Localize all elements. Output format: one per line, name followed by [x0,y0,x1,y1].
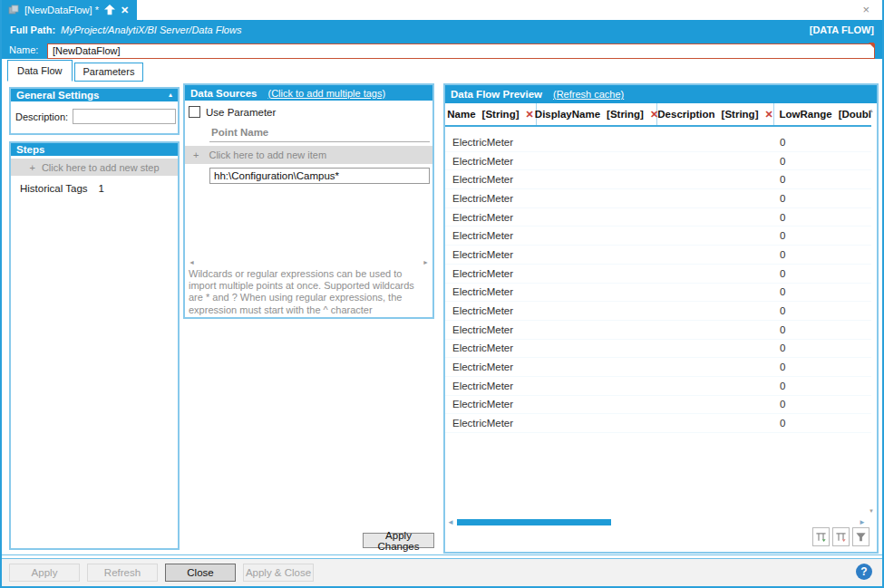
cell-lowrange: 0 [774,249,871,260]
pin-up-icon[interactable] [104,5,115,15]
cell-name: ElectricMeter [445,268,537,279]
preview-title: Data Flow Preview [451,89,542,100]
preview-row[interactable]: ElectricMeter0 [445,414,871,433]
cell-name: ElectricMeter [445,286,537,297]
preview-row[interactable]: ElectricMeter0 [445,377,871,396]
scroll-right-icon[interactable]: ► [859,518,866,526]
add-item-label: Click here to add new item [209,149,326,160]
refresh-cache-link[interactable]: (Refresh cache) [553,89,624,100]
column-summary-add-button[interactable] [812,527,830,546]
point-name-column-header[interactable]: Point Name [209,125,430,142]
cell-lowrange: 0 [774,174,871,185]
name-input[interactable] [47,43,875,59]
cell-name: ElectricMeter [445,174,537,185]
cell-lowrange: 0 [774,137,871,148]
step-count: 1 [99,183,104,194]
scrollbar-thumb[interactable] [457,519,611,525]
use-parameter-checkbox[interactable] [189,106,200,118]
chevron-up-icon[interactable]: ▴ [169,92,172,99]
close-button[interactable]: Close [165,564,236,582]
column-header-lowrange[interactable]: LowRange[Double]✕ [774,103,871,125]
preview-row[interactable]: ElectricMeter0 [445,302,871,321]
document-tab-newdataflow[interactable]: [NewDataFlow] * ✕ [2,0,137,20]
preview-row[interactable]: ElectricMeter0 [445,133,871,152]
preview-row[interactable]: ElectricMeter0 [445,152,871,171]
apply-button[interactable]: Apply [9,564,80,582]
column-name: DisplayName [535,109,600,120]
cell-lowrange: 0 [774,399,871,410]
preview-row[interactable]: ElectricMeter0 [445,284,871,303]
preview-row[interactable]: ElectricMeter0 [445,340,871,359]
cell-lowrange: 0 [774,230,871,241]
description-input[interactable] [73,109,176,124]
column-header-name[interactable]: Name[String]✕ [445,103,537,125]
preview-row[interactable]: ElectricMeter0 [445,189,871,208]
cell-lowrange: 0 [774,212,871,223]
item-type-badge: [DATA FLOW] [810,24,874,35]
use-parameter-row: Use Parameter [189,106,432,118]
column-type: [String] [482,109,520,120]
footer-bar: ApplyRefreshCloseApply & Close ? [2,558,882,586]
step-item[interactable]: Historical Tags1 [11,176,178,194]
column-filter-button[interactable] [852,527,869,546]
refresh-button[interactable]: Refresh [87,564,158,582]
preview-row[interactable]: ElectricMeter0 [445,321,871,340]
add-step-button[interactable]: + Click here to add new step [11,159,178,176]
column-type: [String] [722,109,759,120]
cell-lowrange: 0 [774,268,871,279]
preview-rows: ElectricMeter0ElectricMeter0ElectricMete… [445,133,871,433]
preview-row[interactable]: ElectricMeter0 [445,246,871,265]
document-tab-strip: [NewDataFlow] * ✕ × [2,0,882,20]
step-name: Historical Tags [20,183,88,194]
column-header-description[interactable]: Description[String]✕ [657,103,774,125]
preview-column-headers: Name[String]✕DisplayName[String]✕Descrip… [445,103,871,127]
scroll-down-icon[interactable]: ▼ [869,508,874,514]
add-step-label: Click here to add new step [42,162,160,173]
add-item-button[interactable]: + Click here to add new item [185,146,432,164]
preview-row[interactable]: ElectricMeter0 [445,227,871,246]
full-path-label: Full Path: [10,24,55,35]
cell-lowrange: 0 [774,286,871,297]
preview-row[interactable]: ElectricMeter0 [445,170,871,189]
column-summary-remove-button[interactable] [832,527,850,546]
cell-name: ElectricMeter [445,249,537,260]
delete-column-icon[interactable]: ✕ [526,109,534,120]
column-header-displayname[interactable]: DisplayName[String]✕ [537,103,657,125]
cell-name: ElectricMeter [445,156,537,167]
steps-list: Historical Tags1 [11,176,178,194]
cell-lowrange: 0 [774,418,871,429]
plus-icon: + [29,162,34,173]
scroll-right-icon[interactable]: ► [423,259,429,266]
preview-row[interactable]: ElectricMeter0 [445,265,871,284]
cell-lowrange: 0 [774,324,871,335]
strip-close-icon[interactable]: × [862,4,869,15]
column-name: Name [447,109,475,120]
horizontal-scrollbar-mini[interactable]: ◄ ► [189,259,429,266]
tab-parameters[interactable]: Parameters [74,63,144,82]
help-icon[interactable]: ? [856,564,872,580]
apply-changes-button[interactable]: Apply Changes [363,533,434,548]
preview-row[interactable]: ElectricMeter0 [445,358,871,377]
apply-close-button[interactable]: Apply & Close [243,564,314,582]
document-tab-close-icon[interactable]: ✕ [121,5,129,15]
grid-footer-buttons [812,527,869,546]
general-settings-panel: General Settings ▴ Description: [9,87,180,135]
point-name-input[interactable] [209,168,430,184]
add-multiple-tags-link[interactable]: (Click to add multiple tags) [268,88,386,99]
delete-column-icon[interactable]: ✕ [764,109,772,120]
scroll-left-icon[interactable]: ◄ [447,518,454,526]
cell-lowrange: 0 [774,361,871,372]
dataflow-doc-icon [8,5,19,15]
general-settings-header[interactable]: General Settings ▴ [11,89,178,101]
preview-row[interactable]: ElectricMeter0 [445,208,871,227]
scroll-left-icon[interactable]: ◄ [189,259,195,266]
name-bar: Name: [2,40,882,59]
preview-row[interactable]: ElectricMeter0 [445,396,871,415]
horizontal-scrollbar[interactable]: ◄ ► [447,518,866,526]
document-tab-title: [NewDataFlow] * [24,5,99,15]
pi-arrow-red-icon [835,531,847,543]
tab-data-flow[interactable]: Data Flow [7,60,73,82]
description-label: Description: [15,111,68,122]
scroll-up-icon[interactable]: ▲ [869,108,874,113]
column-type: [Double] [839,109,871,120]
